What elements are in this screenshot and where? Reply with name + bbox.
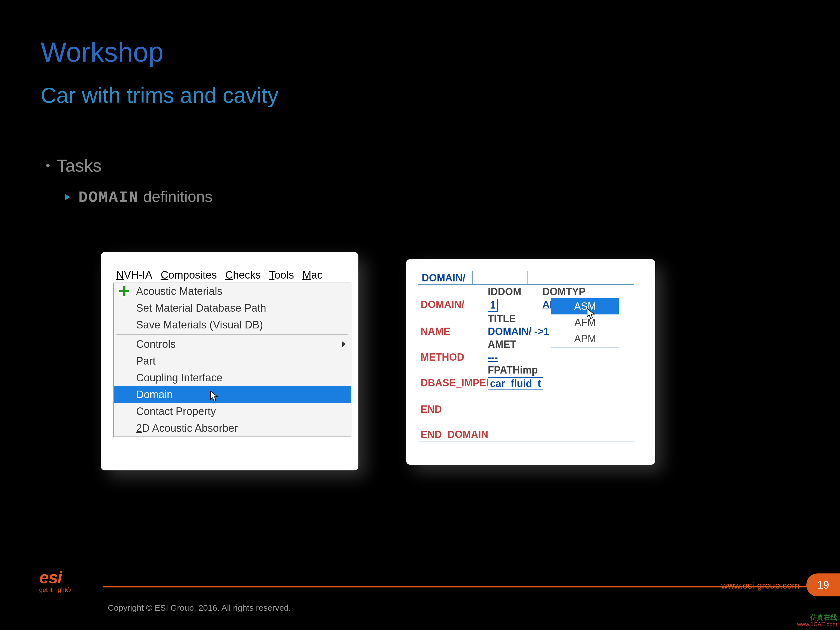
cursor-icon bbox=[210, 391, 219, 402]
menu-item-contact-property[interactable]: Contact Property bbox=[114, 403, 351, 420]
form-label-end: END bbox=[418, 403, 486, 416]
bullet-domain-text: DOMAIN definitions bbox=[78, 188, 213, 207]
menu-separator bbox=[117, 334, 348, 335]
form-label-end-domain: END_DOMAIN bbox=[418, 428, 486, 441]
slide-subtitle: Car with trims and cavity bbox=[41, 83, 279, 108]
menu-item-label: Contact Property bbox=[136, 406, 216, 417]
watermark: 仿真在线 www.1CAE.com bbox=[797, 614, 837, 627]
watermark-line1: 仿真在线 bbox=[797, 614, 837, 621]
menu-item-2d-acoustic-absorber[interactable]: 2D Acoustic Absorber bbox=[114, 420, 351, 437]
menu-item-label: Acoustic Materials bbox=[136, 285, 222, 297]
dropdown-option-apm[interactable]: APM bbox=[551, 331, 619, 347]
form-label-name: NAME bbox=[418, 325, 486, 338]
screenshot-menu: NVH-IA Composites Checks Tools Mac Acous… bbox=[101, 252, 358, 471]
form-label-domain: DOMAIN/ bbox=[418, 298, 486, 311]
page-number-badge: 19 bbox=[807, 573, 840, 597]
form-value-method[interactable]: --- bbox=[488, 351, 498, 363]
menu-item-set-db-path[interactable]: Set Material Database Path bbox=[114, 300, 351, 316]
screenshot-domain-form: DOMAIN/ . IDDOM DOMTYP DOMAIN/ 1 APM . T… bbox=[406, 259, 655, 465]
form-value-name[interactable]: DOMAIN/ ->1 bbox=[488, 326, 549, 337]
form-label-method: METHOD bbox=[418, 351, 486, 364]
cursor-icon bbox=[587, 308, 595, 319]
watermark-line2: www.1CAE.com bbox=[797, 621, 837, 627]
menu-checks[interactable]: Checks bbox=[225, 269, 261, 281]
menu-mac[interactable]: Mac bbox=[302, 269, 322, 281]
menu-item-label: 2D Acoustic Absorber bbox=[136, 422, 238, 434]
form-col-iddom: IDDOM bbox=[486, 285, 540, 298]
bullet-tasks: Tasks bbox=[46, 155, 102, 175]
esi-logo: esi get it right® bbox=[39, 570, 71, 594]
bullet-arrow-icon bbox=[65, 194, 70, 201]
bullet-definitions-label: definitions bbox=[139, 188, 213, 205]
menu-item-domain[interactable]: Domain bbox=[114, 386, 351, 403]
logo-tagline: get it right® bbox=[39, 586, 71, 594]
page-number: 19 bbox=[817, 579, 829, 591]
form-input-dbase-imped[interactable]: car_fluid_t bbox=[488, 377, 543, 390]
plus-icon bbox=[119, 286, 129, 296]
form-col-fpathimp: FPATHimp bbox=[486, 364, 540, 377]
logo-text: esi bbox=[39, 570, 71, 585]
menu-item-label: Domain bbox=[136, 388, 173, 401]
domain-keyword: DOMAIN bbox=[78, 189, 139, 207]
form-label-dbase-imped: DBASE_IMPED/ bbox=[418, 377, 486, 390]
menubar: NVH-IA Composites Checks Tools Mac bbox=[114, 267, 351, 283]
menu-composites[interactable]: Composites bbox=[161, 269, 217, 281]
form-tab-empty bbox=[473, 271, 527, 284]
menu-item-label: Set Material Database Path bbox=[136, 302, 266, 314]
form-input-iddom[interactable]: 1 bbox=[488, 299, 498, 312]
website-url: www.esi-group.com bbox=[721, 580, 799, 591]
menu-item-label: Coupling Interface bbox=[136, 372, 222, 384]
bullet-tasks-label: Tasks bbox=[57, 155, 102, 175]
menu-item-label: Part bbox=[136, 355, 156, 367]
form-header: DOMAIN/ bbox=[418, 271, 634, 284]
form-col-title: TITLE bbox=[486, 312, 540, 325]
menu-item-coupling-interface[interactable]: Coupling Interface bbox=[114, 369, 351, 386]
form-col-domtyp: DOMTYP bbox=[540, 285, 634, 298]
footer-divider bbox=[103, 586, 818, 587]
submenu-arrow-icon bbox=[342, 341, 346, 347]
dropdown-option-afm[interactable]: AFM bbox=[551, 314, 619, 331]
form-col-amet: AMET bbox=[486, 338, 540, 351]
menu-dropdown-panel: Acoustic Materials Set Material Database… bbox=[114, 283, 351, 437]
menu-item-save-visualdb[interactable]: Save Materials (Visual DB) bbox=[114, 316, 351, 333]
menu-item-label: Controls bbox=[136, 338, 176, 350]
menu-item-label: Save Materials (Visual DB) bbox=[136, 319, 263, 331]
copyright-text: Copyright © ESI Group, 2016. All rights … bbox=[108, 603, 291, 613]
menu-item-acoustic-materials[interactable]: Acoustic Materials bbox=[114, 283, 351, 300]
menu-tools[interactable]: Tools bbox=[269, 269, 294, 281]
slide-title: Workshop bbox=[41, 36, 164, 68]
menu-nvhia[interactable]: NVH-IA bbox=[116, 269, 152, 281]
footer: esi get it right® Copyright © ESI Group,… bbox=[0, 557, 840, 630]
domtyp-dropdown: ASM AFM APM bbox=[551, 298, 619, 347]
form-tab-domain[interactable]: DOMAIN/ bbox=[418, 271, 473, 284]
menu-item-part[interactable]: Part bbox=[114, 352, 351, 369]
menu-item-controls[interactable]: Controls bbox=[114, 336, 351, 352]
dropdown-option-asm[interactable]: ASM bbox=[551, 298, 619, 314]
bullet-dot-icon bbox=[46, 164, 50, 167]
bullet-domain-definitions: DOMAIN definitions bbox=[65, 188, 213, 207]
